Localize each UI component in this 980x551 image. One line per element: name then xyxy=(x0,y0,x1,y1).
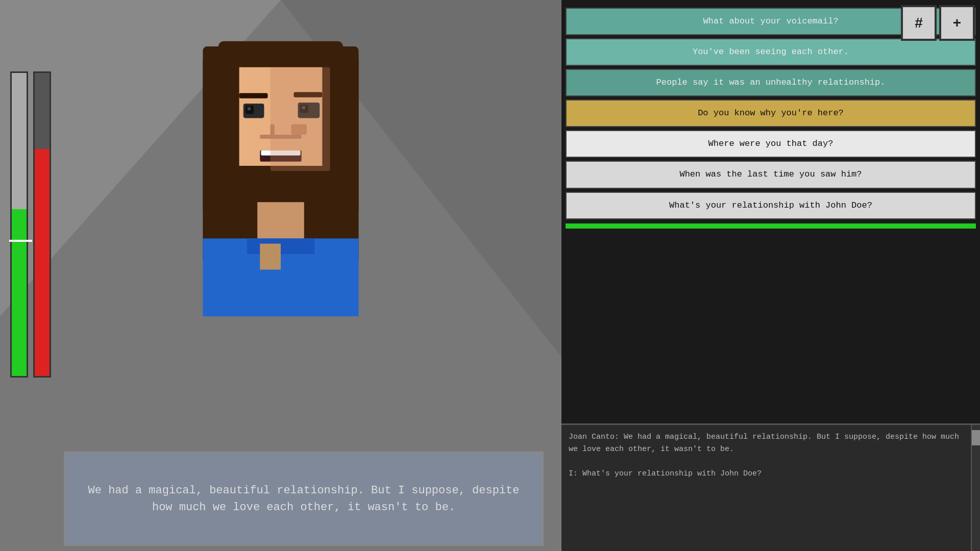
plus-button[interactable]: + xyxy=(939,5,975,41)
choice-why-here[interactable]: Do you know why you're here? xyxy=(566,99,976,127)
svg-rect-25 xyxy=(260,244,281,270)
character-svg xyxy=(102,15,459,316)
log-entry-0: Joan Canto: We had a magical, beautiful … xyxy=(569,433,959,454)
log-panel: Joan Canto: We had a magical, beautiful … xyxy=(561,423,980,551)
green-accent-bar xyxy=(566,223,976,229)
log-text: Joan Canto: We had a magical, beautiful … xyxy=(569,431,973,480)
hash-button[interactable]: # xyxy=(901,5,937,41)
svg-rect-7 xyxy=(203,57,239,212)
choice-unhealthy[interactable]: People say it was an unhealthy relations… xyxy=(566,69,976,96)
svg-rect-23 xyxy=(271,67,330,171)
bar-1-container xyxy=(10,71,28,378)
bar-1-gray-fill xyxy=(12,73,27,209)
log-scrollbar-thumb xyxy=(972,430,980,445)
main-container: We had a magical, beautiful relationship… xyxy=(0,0,980,551)
svg-rect-10 xyxy=(239,93,268,98)
choice-where-day[interactable]: Where were you that day? xyxy=(566,130,976,158)
dialogue-text: We had a magical, beautiful relationship… xyxy=(81,482,527,516)
bar-1-marker xyxy=(9,240,32,242)
character-container xyxy=(102,15,459,316)
dialogue-box: We had a magical, beautiful relationship… xyxy=(64,452,544,546)
svg-rect-9 xyxy=(218,41,343,67)
log-entry-2: I: What's your relationship with John Do… xyxy=(569,469,762,478)
bar-2-red-fill xyxy=(35,149,50,377)
bar-2-container xyxy=(33,71,51,378)
top-buttons: # + xyxy=(901,5,975,41)
stats-bars xyxy=(10,31,51,378)
game-area: We had a magical, beautiful relationship… xyxy=(0,0,561,551)
svg-rect-14 xyxy=(248,107,251,110)
log-scrollbar[interactable] xyxy=(971,425,980,551)
choice-last-time[interactable]: When was the last time you saw him? xyxy=(566,161,976,188)
right-panel: # + What about your voicemail? You've be… xyxy=(561,0,980,551)
choice-seeing[interactable]: You've been seeing each other. xyxy=(566,38,976,66)
choice-relationship[interactable]: What's your relationship with John Doe? xyxy=(566,192,976,219)
svg-rect-4 xyxy=(257,202,304,243)
